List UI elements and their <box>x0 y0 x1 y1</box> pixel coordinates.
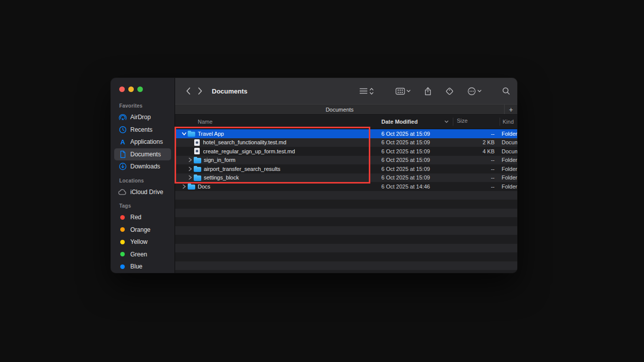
disclosure-triangle-icon[interactable] <box>181 132 187 136</box>
empty-row-stripe <box>175 261 517 270</box>
sidebar-item-label: Documents <box>130 151 161 158</box>
sidebar-item-label: Orange <box>130 226 150 233</box>
sidebar-item-blue[interactable]: Blue <box>114 260 171 273</box>
sidebar-item-orange[interactable]: Orange <box>114 224 171 236</box>
toolbar: Documents <box>175 78 517 104</box>
sidebar-item-label: Recents <box>130 126 152 133</box>
column-header-name[interactable]: Name <box>175 119 378 125</box>
sidebar-item-red[interactable]: Red <box>114 211 171 224</box>
disclosure-triangle-icon[interactable] <box>187 157 193 162</box>
downloads-icon <box>118 162 127 170</box>
file-name: hotel_search_functionality.test.md <box>203 139 287 145</box>
sidebar-item-label: iCloud Drive <box>130 189 163 196</box>
share-button[interactable] <box>424 87 432 96</box>
sidebar-item-recents[interactable]: Recents <box>114 124 171 136</box>
date-modified-cell: 6 Oct 2025 at 15:09 <box>378 139 453 145</box>
folder-icon <box>188 185 195 190</box>
tags-button[interactable] <box>445 87 454 96</box>
ellipsis-circle-icon <box>467 87 476 96</box>
date-modified-cell: 6 Oct 2025 at 15:09 <box>378 174 453 180</box>
new-tab-button[interactable]: + <box>504 105 517 114</box>
column-header-date-modified[interactable]: Date Modified <box>378 118 453 126</box>
window-title: Documents <box>212 87 248 95</box>
view-mode-button[interactable] <box>359 87 374 95</box>
column-header-kind[interactable]: Kind <box>500 118 517 126</box>
size-cell: -- <box>453 166 500 172</box>
kind-cell: Document <box>500 139 517 145</box>
sidebar-item-applications[interactable]: AApplications <box>114 136 171 148</box>
empty-row-stripe <box>175 209 517 218</box>
column-header-size[interactable]: Size <box>453 118 500 126</box>
sidebar-item-downloads[interactable]: Downloads <box>114 160 171 173</box>
disclosure-triangle-icon[interactable] <box>187 175 193 180</box>
size-cell: -- <box>453 157 500 163</box>
zoom-window-button[interactable] <box>137 86 143 92</box>
sidebar-item-yellow[interactable]: Yellow <box>114 236 171 248</box>
file-row-hotel-search-functionality-test-md[interactable]: hotel_search_functionality.test.md6 Oct … <box>175 138 517 147</box>
svg-text:A: A <box>120 138 125 146</box>
folder-icon <box>194 167 201 172</box>
sidebar-item-label: Applications <box>130 138 163 145</box>
tab-documents[interactable]: Documents <box>175 107 504 113</box>
search-button[interactable] <box>502 87 510 95</box>
kind-cell: Document <box>500 148 517 154</box>
group-by-button[interactable] <box>395 87 411 95</box>
more-actions-button[interactable] <box>467 87 481 96</box>
sidebar-section-locations: Locations <box>111 178 175 184</box>
file-name: create_regular_sign_up_form.test.md <box>203 148 295 154</box>
file-row-sign-in-form[interactable]: sign_in_form6 Oct 2025 at 15:09--Folder <box>175 156 517 165</box>
sidebar-item-label: AirDrop <box>130 114 151 121</box>
close-window-button[interactable] <box>119 86 125 92</box>
recents-icon <box>118 126 127 134</box>
date-modified-cell: 6 Oct 2025 at 15:09 <box>378 166 453 172</box>
size-cell: 2 KB <box>453 139 500 145</box>
name-cell: hotel_search_functionality.test.md <box>175 139 378 146</box>
sidebar-item-green[interactable]: Green <box>114 248 171 261</box>
tag-dot <box>118 213 127 221</box>
file-row-airport-transfer-search-results[interactable]: airport_transfer_search_results6 Oct 202… <box>175 164 517 173</box>
sidebar-item-documents[interactable]: Documents <box>114 148 171 161</box>
tab-bar: Documents + <box>175 104 517 115</box>
file-row-settings-block[interactable]: settings_block6 Oct 2025 at 15:09--Folde… <box>175 173 517 183</box>
list-view-icon <box>359 87 368 95</box>
forward-button[interactable] <box>194 84 206 98</box>
empty-row-stripe <box>175 270 517 273</box>
file-row-docs[interactable]: Docs6 Oct 2025 at 14:46--Folder <box>175 182 517 191</box>
size-cell: -- <box>453 131 500 137</box>
empty-row-stripe <box>175 191 517 200</box>
disclosure-triangle-icon[interactable] <box>187 166 193 171</box>
group-by-icon <box>395 87 405 95</box>
date-modified-cell: 6 Oct 2025 at 15:09 <box>378 157 453 163</box>
name-cell: Travel App <box>175 131 378 137</box>
main-pane: Documents <box>175 78 517 273</box>
file-row-travel-app[interactable]: Travel App6 Oct 2025 at 15:09--Folder <box>175 129 517 138</box>
icloud-icon <box>118 188 127 196</box>
disclosure-triangle-icon[interactable] <box>181 184 187 189</box>
sort-chevron-icon <box>444 120 449 123</box>
sidebar-item-icloud-drive[interactable]: iCloud Drive <box>114 186 171 199</box>
folder-icon <box>194 175 201 181</box>
file-name: Docs <box>198 184 210 190</box>
sidebar-item-airdrop[interactable]: AirDrop <box>114 111 171 124</box>
sidebar-section-favorites: Favorites <box>111 103 175 109</box>
search-icon <box>502 87 510 95</box>
file-name: Travel App <box>198 131 224 137</box>
date-modified-cell: 6 Oct 2025 at 15:09 <box>378 148 453 154</box>
file-row-create-regular-sign-up-form-test-md[interactable]: create_regular_sign_up_form.test.md6 Oct… <box>175 147 517 156</box>
size-cell: 4 KB <box>453 148 500 154</box>
document-icon <box>194 139 200 146</box>
documents-icon <box>118 150 127 158</box>
kind-cell: Folder <box>500 174 517 180</box>
sidebar-item-label: Yellow <box>130 238 147 245</box>
size-cell: -- <box>453 174 500 180</box>
date-modified-cell: 6 Oct 2025 at 14:46 <box>378 184 453 190</box>
kind-cell: Folder <box>500 166 517 172</box>
tag-dot <box>118 262 127 270</box>
date-modified-cell: 6 Oct 2025 at 15:09 <box>378 131 453 137</box>
minimize-window-button[interactable] <box>128 86 134 92</box>
document-icon <box>194 148 200 154</box>
tag-dot <box>118 250 127 258</box>
window-controls <box>111 78 175 92</box>
name-cell: settings_block <box>175 174 378 181</box>
back-button[interactable] <box>182 84 194 98</box>
